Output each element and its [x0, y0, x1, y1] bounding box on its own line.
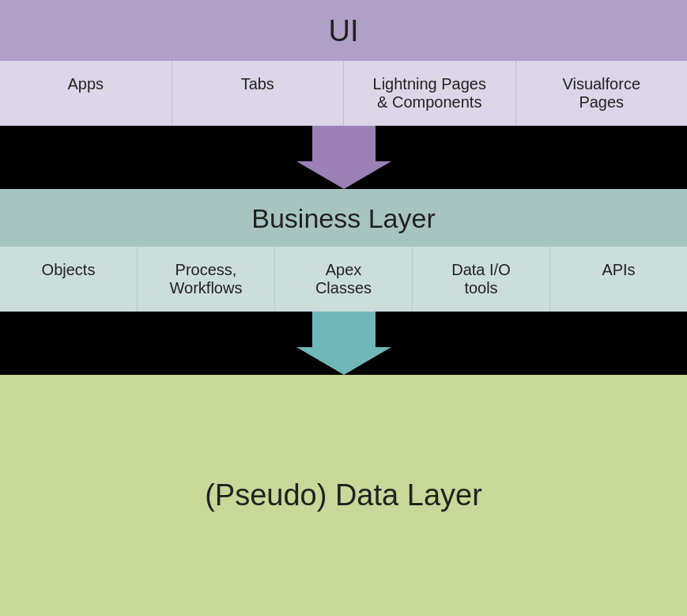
svg-marker-1: [296, 312, 391, 375]
ui-item-visualforce: VisualforcePages: [516, 61, 688, 126]
ui-item-apps: Apps: [0, 61, 172, 126]
business-item-objects: Objects: [0, 247, 138, 312]
ui-item-tabs: Tabs: [172, 61, 345, 126]
teal-arrow-icon: [296, 312, 391, 375]
ui-item-lightning: Lightning Pages& Components: [344, 61, 516, 126]
svg-marker-0: [296, 126, 391, 189]
ui-layer-items: Apps Tabs Lightning Pages& Components Vi…: [0, 61, 687, 126]
arrow-to-business: [0, 126, 687, 189]
ui-layer: UI Apps Tabs Lightning Pages& Components…: [0, 0, 687, 126]
business-item-apex: ApexClasses: [275, 247, 413, 312]
business-item-dataio: Data I/Otools: [413, 247, 550, 312]
data-layer-title: (Pseudo) Data Layer: [205, 478, 482, 512]
business-item-process: Process,Workflows: [138, 247, 275, 312]
purple-arrow-icon: [296, 126, 391, 189]
ui-layer-title: UI: [0, 0, 687, 61]
business-item-apis: APIs: [550, 247, 687, 312]
arrow-to-data: [0, 312, 687, 375]
business-layer: Business Layer Objects Process,Workflows…: [0, 189, 687, 312]
data-layer: (Pseudo) Data Layer: [0, 375, 687, 616]
business-layer-items: Objects Process,Workflows ApexClasses Da…: [0, 247, 687, 312]
business-layer-title: Business Layer: [0, 189, 687, 247]
diagram: UI Apps Tabs Lightning Pages& Components…: [0, 0, 687, 616]
